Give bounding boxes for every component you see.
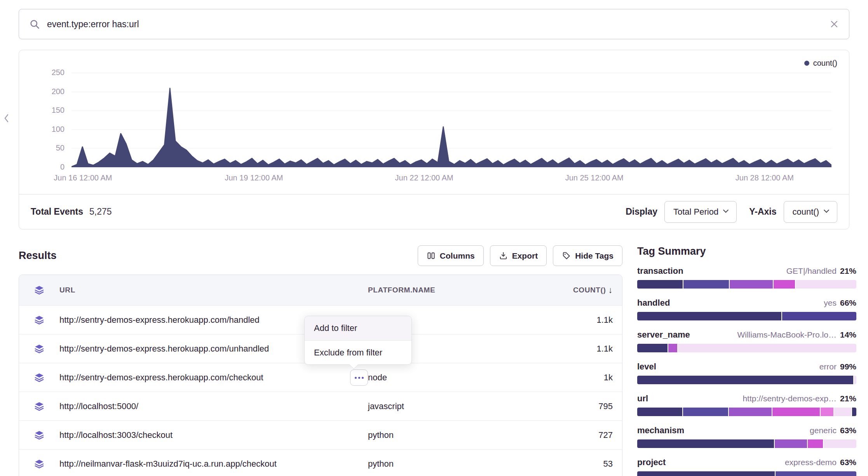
- count-cell[interactable]: 1.1k: [535, 344, 613, 354]
- tag-row-project: project express-demo 63%: [637, 457, 856, 476]
- sort-desc-icon: ↓: [608, 285, 613, 295]
- table-row[interactable]: http://localhost:3003/checkout python 72…: [19, 420, 622, 449]
- results-table: URL PLATFORM.NAME COUNT() ↓ http://sentr…: [19, 275, 622, 476]
- tag-distribution-bar[interactable]: [637, 280, 856, 289]
- columns-button[interactable]: Columns: [418, 245, 484, 266]
- layers-icon[interactable]: [19, 458, 59, 469]
- count-cell[interactable]: 1.1k: [535, 315, 613, 325]
- url-cell[interactable]: http://neilmanvar-flask-m3uuizd7iq-uc.a.…: [59, 459, 368, 469]
- tag-distribution-bar[interactable]: [637, 376, 856, 384]
- url-cell[interactable]: http://localhost:3003/checkout: [59, 430, 368, 440]
- tag-row-server-name: server_name Williams-MacBook-Pro.lo… 14%: [637, 330, 856, 352]
- tag-top-value: yes: [824, 298, 837, 308]
- display-dropdown[interactable]: Total Period: [664, 201, 737, 223]
- tag-distribution-bar[interactable]: [637, 344, 856, 352]
- total-events-value: 5,275: [89, 206, 112, 217]
- tag-top-percent: 66%: [840, 298, 856, 308]
- tag-row-handled: handled yes 66%: [637, 298, 856, 320]
- export-button-label: Export: [512, 251, 538, 261]
- legend-dot-icon: [804, 61, 809, 66]
- column-header-count[interactable]: COUNT() ↓: [535, 285, 613, 295]
- tag-row-mechanism: mechanism generic 63%: [637, 425, 856, 448]
- y-axis-tick: 200: [37, 87, 64, 96]
- tag-name: server_name: [637, 330, 690, 340]
- x-axis-tick: Jun 19 12:00 AM: [225, 173, 283, 182]
- hide-tags-button-label: Hide Tags: [575, 251, 614, 261]
- tag-name: transaction: [637, 266, 683, 276]
- layers-icon[interactable]: [19, 315, 59, 326]
- column-header-url[interactable]: URL: [59, 286, 368, 294]
- tag-top-value: error: [819, 362, 837, 371]
- y-axis-dropdown-value: count(): [793, 207, 819, 217]
- y-axis-tick: 0: [37, 163, 64, 172]
- layers-icon[interactable]: [19, 430, 59, 441]
- table-row[interactable]: http://sentry-demos-express.herokuapp.co…: [19, 363, 622, 392]
- y-axis-tick: 50: [37, 144, 64, 152]
- y-axis-dropdown[interactable]: count(): [784, 201, 837, 223]
- x-axis-tick: Jun 28 12:00 AM: [736, 173, 794, 182]
- tag-summary-title: Tag Summary: [637, 245, 706, 257]
- platform-cell[interactable]: javascript: [368, 401, 535, 411]
- chart-legend[interactable]: count(): [804, 59, 837, 68]
- menu-item-exclude-from-filter[interactable]: Exclude from filter: [305, 340, 411, 364]
- tag-distribution-bar[interactable]: [637, 439, 856, 448]
- tag-name: handled: [637, 298, 670, 308]
- search-input[interactable]: event.type:error has:url: [19, 9, 849, 39]
- chart-plot-area: 250 200 150 100 50 0 Jun 16 12:00 AM Jun…: [71, 73, 831, 167]
- tag-name: mechanism: [637, 425, 684, 436]
- platform-cell[interactable]: python: [368, 430, 535, 440]
- cell-actions-button[interactable]: [350, 369, 368, 386]
- y-axis-label: Y-Axis: [749, 206, 776, 217]
- tag-top-value: Williams-MacBook-Pro.lo…: [737, 330, 837, 340]
- tag-top-value: generic: [810, 426, 837, 435]
- clear-search-icon[interactable]: [830, 19, 839, 29]
- hide-tags-button[interactable]: Hide Tags: [553, 245, 622, 266]
- tag-icon: [562, 251, 571, 260]
- tag-name: url: [637, 394, 648, 404]
- count-cell[interactable]: 53: [535, 459, 613, 469]
- table-row[interactable]: http://localhost:5000/ javascript 795: [19, 392, 622, 420]
- chart-footer: Total Events 5,275 Display Total Period …: [19, 194, 849, 229]
- tag-top-percent: 21%: [840, 266, 856, 276]
- layers-icon[interactable]: [19, 343, 59, 354]
- tag-summary-panel: Tag Summary transaction GET|/handled 21%…: [637, 245, 856, 476]
- table-row[interactable]: http://neilmanvar-flask-m3uuizd7iq-uc.a.…: [19, 449, 622, 476]
- count-cell[interactable]: 795: [535, 401, 613, 411]
- tag-top-percent: 21%: [840, 394, 856, 403]
- discover-page: event.type:error has:url count() 250 200…: [0, 0, 868, 476]
- count-cell[interactable]: 1k: [535, 373, 613, 383]
- display-dropdown-value: Total Period: [673, 207, 718, 217]
- tag-distribution-bar[interactable]: [637, 312, 856, 320]
- event-volume-area-chart[interactable]: [71, 73, 831, 167]
- tag-top-percent: 63%: [840, 458, 856, 467]
- tag-top-value: http://sentry-demos-exp…: [743, 394, 837, 403]
- export-icon: [499, 251, 508, 260]
- tag-name: project: [637, 457, 666, 467]
- platform-cell[interactable]: node: [368, 373, 535, 383]
- tag-top-percent: 63%: [840, 426, 856, 435]
- tag-name: level: [637, 362, 656, 372]
- tag-distribution-bar[interactable]: [637, 471, 856, 476]
- x-axis-tick: Jun 16 12:00 AM: [54, 173, 112, 182]
- tag-top-percent: 14%: [840, 330, 856, 340]
- export-button[interactable]: Export: [490, 245, 547, 266]
- tag-distribution-bar[interactable]: [637, 408, 856, 416]
- layers-icon[interactable]: [19, 372, 59, 383]
- search-query-text[interactable]: event.type:error has:url: [47, 19, 823, 30]
- tag-row-transaction: transaction GET|/handled 21%: [637, 266, 856, 289]
- y-axis-tick: 250: [37, 68, 64, 77]
- columns-button-label: Columns: [440, 251, 475, 261]
- columns-icon: [427, 251, 436, 260]
- menu-item-add-to-filter[interactable]: Add to filter: [305, 316, 411, 340]
- url-cell[interactable]: http://localhost:5000/: [59, 401, 368, 411]
- tag-top-value: GET|/handled: [786, 266, 837, 276]
- platform-cell[interactable]: python: [368, 459, 535, 469]
- column-header-platform[interactable]: PLATFORM.NAME: [368, 286, 535, 294]
- url-cell[interactable]: http://sentry-demos-express.herokuapp.co…: [59, 373, 368, 383]
- count-cell[interactable]: 727: [535, 430, 613, 440]
- chevron-down-icon: [824, 207, 829, 213]
- legend-series-label: count(): [813, 59, 837, 68]
- layers-icon[interactable]: [19, 401, 59, 412]
- gridline: [71, 167, 831, 168]
- sidebar-collapse-handle[interactable]: [3, 113, 9, 125]
